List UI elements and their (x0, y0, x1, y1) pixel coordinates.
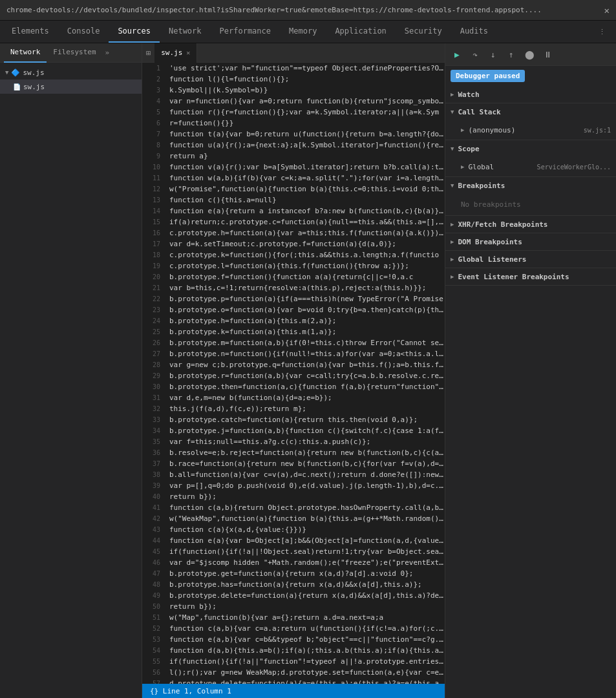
line-content[interactable]: this.j(f(a,d),f(c,e));return m}; (165, 403, 445, 414)
line-content[interactable]: var d,e,m=new b(function(a){d=a;e=b}); (165, 392, 445, 403)
line-content[interactable]: b.resolve=e;b.reject=function(a){return … (165, 447, 445, 458)
line-content[interactable]: w("WeakMap",function(a){function b(a){th… (165, 513, 445, 524)
status-bar: {} Line 1, Column 1 (142, 684, 445, 698)
tab-performance[interactable]: Performance (211, 21, 280, 43)
line-content[interactable]: b.prototype.m=function(a,b){if(0!=this.c… (165, 337, 445, 348)
section-header-global-listeners[interactable]: ▶Global Listeners (445, 251, 616, 268)
line-content[interactable]: var g=new c;b.prototype.q=function(a){va… (165, 359, 445, 370)
resume-button[interactable]: ▶ (449, 47, 465, 62)
line-content[interactable]: function v(a){r();var b=a[Symbol.iterato… (165, 162, 445, 173)
line-content[interactable]: if(function(){if(!a||"function"!=typeof … (165, 656, 445, 667)
line-content[interactable]: b.prototype.delete=function(a){return x(… (165, 590, 445, 601)
file-tab-swjs[interactable]: sw.js ✕ (154, 43, 197, 63)
split-icon[interactable]: ⊞ (142, 48, 154, 58)
tab-security[interactable]: Security (396, 21, 451, 43)
section-header-scope[interactable]: ▼Scope (445, 140, 616, 157)
line-content[interactable]: var f=this;null==this.a?g.c(c):this.a.pu… (165, 436, 445, 447)
line-content[interactable]: function c(){this.a=null} (165, 195, 445, 206)
line-content[interactable]: c.prototype.h=function(a){var a=this;thi… (165, 227, 445, 238)
section-header-xhr-fetch[interactable]: ▶XHR/Fetch Breakpoints (445, 216, 616, 233)
line-content[interactable]: return b}); (165, 491, 445, 502)
line-content[interactable]: function r(){r=function(){};var a=k.Symb… (165, 107, 445, 118)
line-content[interactable]: k.Symbol||(k.Symbol=b)} (165, 85, 445, 96)
section-header-callstack[interactable]: ▼Call Stack (445, 103, 616, 120)
line-content[interactable]: b.prototype.catch=function(a){return thi… (165, 414, 445, 425)
line-content[interactable]: function t(a){var b=0;return u(function(… (165, 129, 445, 140)
line-content[interactable]: w("Promise",function(a){function b(a){th… (165, 184, 445, 195)
line-content[interactable]: 'use strict';var h="function"==typeof Ob… (165, 63, 445, 74)
line-content[interactable]: return b}); (165, 601, 445, 612)
code-line: 10function v(a){r();var b=a[Symbol.itera… (142, 162, 445, 173)
tab-audits[interactable]: Audits (451, 21, 497, 43)
section-item[interactable]: ▶GlobalServiceWorkerGlo... (445, 160, 616, 174)
line-content[interactable]: b.prototype.has=function(a){return x(a,d… (165, 579, 445, 590)
line-content[interactable]: function l(){l=function(){}; (165, 74, 445, 85)
tree-file-item[interactable]: 📄sw.js (0, 79, 142, 94)
line-content[interactable]: c.prototype.k=function(){for(;this.a&&th… (165, 249, 445, 260)
item-label: Global (468, 163, 494, 171)
line-content[interactable]: var p=[],q=0;do p.push(void 0),e(d.value… (165, 480, 445, 491)
line-content[interactable]: function c(a){x(a,d,{value:{}})} (165, 524, 445, 535)
line-content[interactable]: b.prototype.then=function(a,c){function … (165, 381, 445, 392)
line-content[interactable]: b.prototype.n=function(){if(null!=this.a… (165, 348, 445, 359)
section-header-dom[interactable]: ▶DOM Breakpoints (445, 233, 616, 250)
tree-root[interactable]: ▼🔷sw.js (0, 65, 142, 79)
line-content[interactable]: function e(a,b){var c=b&&typeof b;"objec… (165, 634, 445, 645)
line-content[interactable]: b.prototype.f=function(){function a(a){r… (165, 271, 445, 282)
line-content[interactable]: var d="$jscomp hidden "+Math.random();e(… (165, 557, 445, 568)
line-content[interactable]: if(a)return;c.prototype.c=function(a){nu… (165, 217, 445, 227)
line-content[interactable]: r=function(){}} (165, 118, 445, 129)
line-content[interactable]: if(function(){if(!a||!Object.seal)return… (165, 546, 445, 557)
line-content[interactable]: function d(a,b){this.a=b();if(a)(;this.a… (165, 645, 445, 656)
step-out-button[interactable]: ↑ (504, 47, 519, 62)
line-content[interactable]: b.all=function(a){var c=v(a),d=c.next();… (165, 469, 445, 480)
line-content[interactable]: b.prototype.get=function(a){return x(a,d… (165, 568, 445, 579)
debugger-paused-badge: Debugger paused (451, 70, 525, 82)
line-content[interactable]: function e(a){var b=Object[a];b&&(Object… (165, 535, 445, 546)
line-content[interactable]: function u(a){r();a={next:a};a[k.Symbol.… (165, 140, 445, 151)
left-tab-filesystem[interactable]: Filesystem (47, 43, 102, 63)
tab-console[interactable]: Console (58, 21, 109, 43)
line-content[interactable]: function c(a,b){return Object.prototype.… (165, 502, 445, 513)
tab-application[interactable]: Application (326, 21, 395, 43)
line-content[interactable]: var b=this,c=!1;return{resolve:a(this.p)… (165, 282, 445, 293)
step-over-button[interactable]: ↷ (467, 47, 483, 62)
line-content[interactable]: l();r();var g=new WeakMap;d.prototype.se… (165, 667, 445, 678)
line-content[interactable]: c.prototype.l=function(a){this.f(functio… (165, 260, 445, 271)
line-content[interactable]: function w(a,b){if(b){var c=k;a=a.split(… (165, 173, 445, 184)
step-into-button[interactable]: ↓ (485, 47, 501, 62)
line-content[interactable]: b.prototype.o=function(a){var b=void 0;t… (165, 304, 445, 315)
tab-elements[interactable]: Elements (3, 21, 58, 43)
line-content[interactable]: b.race=function(a){return new b(function… (165, 458, 445, 469)
line-content[interactable]: w("Map",function(b){var a={};return a.d=… (165, 612, 445, 623)
pause-exceptions-button[interactable]: ⏸ (540, 47, 555, 62)
main-tab-icons: ⋮ (595, 21, 613, 43)
close-file-tab[interactable]: ✕ (186, 49, 190, 56)
code-editor[interactable]: 1'use strict';var h="function"==typeof O… (142, 63, 445, 684)
deactivate-button[interactable]: ⬤ (522, 47, 537, 62)
left-tab-network[interactable]: Network (4, 43, 47, 63)
section-header-breakpoints[interactable]: ▼Breakpoints (445, 177, 616, 194)
line-content[interactable]: var d=k.setTimeout;c.prototype.f=functio… (165, 238, 445, 249)
line-content[interactable]: function e(a){return a instanceof b?a:ne… (165, 206, 445, 217)
line-content[interactable]: var n=function(){var a=0;return function… (165, 96, 445, 107)
section-item[interactable]: ▶(anonymous)sw.js:1 (445, 123, 616, 137)
close-button[interactable]: ✕ (604, 5, 610, 16)
line-content[interactable]: d.prototype.delete=function(a){a=e(this.… (165, 678, 445, 684)
more-left-tabs[interactable]: » (105, 48, 110, 57)
line-content[interactable]: b.prototype.k=function(a){this.m(1,a)}; (165, 326, 445, 337)
line-content[interactable]: b.prototype.r=function(a,b){var c=call;t… (165, 370, 445, 381)
tab-sources[interactable]: Sources (109, 21, 160, 43)
section-breakpoints: ▼BreakpointsNo breakpoints (445, 177, 616, 216)
line-content[interactable]: return a} (165, 151, 445, 162)
tab-memory[interactable]: Memory (280, 21, 326, 43)
tab-network[interactable]: Network (160, 21, 211, 43)
line-number: 39 (142, 480, 165, 491)
line-content[interactable]: function c(a,b){var c=a.a;return u(funct… (165, 623, 445, 634)
line-content[interactable]: b.prototype.p=function(a){if(a===this)h(… (165, 293, 445, 304)
more-tabs-button[interactable]: ⋮ (595, 25, 608, 38)
section-header-event-listener[interactable]: ▶Event Listener Breakpoints (445, 268, 616, 285)
line-content[interactable]: b.prototype.j=function(a,b){function c()… (165, 425, 445, 436)
section-header-watch[interactable]: ▶Watch (445, 86, 616, 103)
line-content[interactable]: b.prototype.h=function(a){this.m(2,a)}; (165, 315, 445, 326)
